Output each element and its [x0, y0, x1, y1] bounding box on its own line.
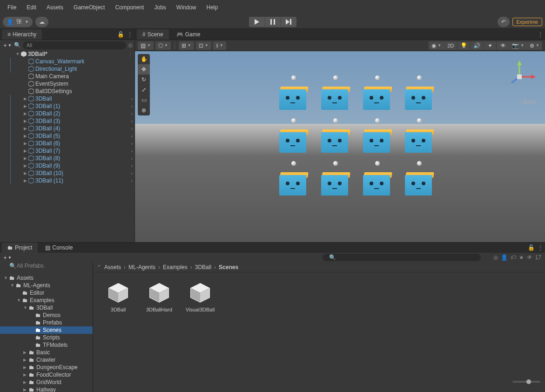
- undo-history-button[interactable]: ↶: [498, 17, 510, 27]
- console-tab[interactable]: ▤ Console: [40, 243, 78, 253]
- tab-menu-icon[interactable]: ⋮: [538, 31, 543, 38]
- camera-dropdown[interactable]: ◉▼: [429, 41, 444, 50]
- hierarchy-item[interactable]: ▶3DBall (2)›: [0, 110, 135, 117]
- slider-thumb[interactable]: [526, 379, 531, 384]
- 2d-toggle[interactable]: 2D: [444, 41, 457, 50]
- hierarchy-search-input[interactable]: [23, 41, 126, 49]
- back-button[interactable]: 〈 Back: [517, 98, 536, 106]
- expand-arrow-icon[interactable]: ▶: [22, 119, 28, 123]
- expand-arrow-icon[interactable]: ▶: [22, 126, 28, 131]
- hierarchy-item[interactable]: Directional_Light: [0, 65, 135, 73]
- expand-arrow-icon[interactable]: ▶: [23, 358, 29, 362]
- light-toggle[interactable]: 💡: [457, 41, 470, 50]
- tab-menu-icon[interactable]: ⋮: [127, 31, 133, 38]
- expand-arrow-icon[interactable]: ▶: [22, 111, 28, 116]
- chevron-right-icon[interactable]: ›: [131, 149, 133, 154]
- account-dropdown[interactable]: 👤 张 ▼: [3, 17, 33, 27]
- filter-tag-icon[interactable]: 🏷: [511, 254, 516, 261]
- hierarchy-item[interactable]: Canvas_Watermark: [0, 58, 135, 65]
- hierarchy-item[interactable]: ▶3DBall (6)›: [0, 140, 135, 147]
- scene-object[interactable]: [405, 127, 434, 153]
- expand-arrow-icon[interactable]: ▶: [23, 380, 29, 385]
- crumb-examples[interactable]: Examples: [163, 264, 188, 270]
- project-tree-item[interactable]: 🖿Scripts: [0, 334, 93, 341]
- expand-arrow-icon[interactable]: ▼: [10, 283, 16, 288]
- scale-tool[interactable]: ⤢: [138, 85, 150, 95]
- tab-menu-icon[interactable]: ⋮: [538, 244, 543, 251]
- expand-arrow-icon[interactable]: ▶: [23, 350, 29, 355]
- expand-arrow-icon[interactable]: ▶: [22, 134, 28, 138]
- menu-assets[interactable]: Assets: [42, 2, 68, 13]
- project-tree-item[interactable]: ▼🖿ML-Agents: [0, 282, 93, 289]
- play-button[interactable]: [249, 17, 265, 27]
- hierarchy-item[interactable]: ▶3DBall (9)›: [0, 162, 135, 169]
- project-tree-item[interactable]: ▼🖿3DBall: [0, 304, 93, 311]
- menu-gameobject[interactable]: GameObject: [69, 2, 109, 13]
- favorite-icon[interactable]: ★: [519, 254, 524, 261]
- hierarchy-item[interactable]: ▶3DBall (11)›: [0, 177, 135, 184]
- transform-tool[interactable]: ⊕: [138, 105, 150, 115]
- scene-object[interactable]: [321, 169, 350, 196]
- lock-icon[interactable]: 🔓: [117, 31, 124, 38]
- project-tree-item[interactable]: 🖿Scenes: [0, 326, 93, 334]
- search-mode-icon[interactable]: ◎: [128, 42, 133, 48]
- cloud-button[interactable]: ☁: [35, 17, 48, 27]
- expand-arrow-icon[interactable]: ▶: [22, 156, 28, 161]
- create-button[interactable]: ＋▼: [2, 41, 12, 49]
- expand-arrow-icon[interactable]: ▶: [23, 365, 29, 370]
- expand-arrow-icon[interactable]: ▼: [15, 52, 20, 56]
- expand-arrow-icon[interactable]: ▶: [23, 372, 29, 377]
- chevron-right-icon[interactable]: ›: [131, 104, 133, 109]
- project-tree-item[interactable]: 🖿Demos: [0, 311, 93, 319]
- snap-dropdown[interactable]: ⊡▼: [196, 41, 211, 50]
- project-tree-item[interactable]: ▶🖿Basic: [0, 349, 93, 356]
- project-tree-item[interactable]: ▶🖿Hallway: [0, 386, 93, 392]
- project-tree-item[interactable]: ▼🖿Assets: [0, 274, 93, 282]
- hierarchy-item[interactable]: ▶3DBall (7)›: [0, 147, 135, 155]
- hierarchy-item[interactable]: ▶3DBall (1)›: [0, 102, 135, 110]
- expand-arrow-icon[interactable]: ▼: [17, 298, 22, 303]
- fx-toggle[interactable]: ✦: [483, 41, 496, 50]
- project-search-input[interactable]: [323, 254, 481, 261]
- expand-arrow-icon[interactable]: ▼: [4, 276, 9, 280]
- chevron-right-icon[interactable]: ›: [131, 156, 133, 161]
- scene-object[interactable]: [363, 169, 392, 196]
- chevron-right-icon[interactable]: ›: [131, 96, 133, 101]
- hidden-toggle[interactable]: 👁: [496, 41, 509, 50]
- view-tool[interactable]: ✋: [138, 54, 150, 64]
- chevron-right-icon[interactable]: ›: [131, 111, 133, 116]
- orientation-gizmo[interactable]: [503, 61, 536, 93]
- scene-object[interactable]: [363, 127, 392, 153]
- filter-type-icon[interactable]: ◎: [493, 254, 498, 261]
- camera-settings-dropdown[interactable]: 📷▼: [509, 41, 527, 50]
- filter-label-icon[interactable]: 👤: [501, 254, 508, 261]
- chevron-right-icon[interactable]: ›: [131, 171, 133, 176]
- hierarchy-item[interactable]: ▶3DBall (4)›: [0, 125, 135, 132]
- scene-object[interactable]: [279, 169, 308, 196]
- expand-arrow-icon[interactable]: ▶: [22, 171, 28, 176]
- experimental-badge[interactable]: Experime: [512, 18, 542, 26]
- asset-grid[interactable]: 3DBall3DBallHardVisual3DBall: [93, 272, 545, 392]
- chevron-right-icon[interactable]: ›: [131, 126, 133, 131]
- project-tree-item[interactable]: ▶🖿DungeonEscape: [0, 364, 93, 371]
- hierarchy-tab[interactable]: ≡ Hierarchy: [2, 29, 42, 40]
- step-button[interactable]: [281, 17, 296, 27]
- context-menu-icon[interactable]: ⋮: [128, 52, 133, 57]
- project-tree-item[interactable]: ▶🖿Crawler: [0, 356, 93, 364]
- crumb-assets[interactable]: Assets: [104, 264, 121, 270]
- project-create-button[interactable]: ＋▼: [2, 253, 12, 262]
- increment-dropdown[interactable]: ⦀▼: [213, 41, 226, 50]
- hierarchy-item[interactable]: ▶3DBall (3)›: [0, 117, 135, 125]
- hierarchy-root[interactable]: ▼ 3DBall* ⋮: [0, 50, 135, 58]
- expand-arrow-icon[interactable]: ▶: [22, 149, 28, 153]
- breadcrumb-up-icon[interactable]: ⌃: [97, 264, 101, 270]
- project-tab[interactable]: 🖿 Project: [2, 243, 38, 253]
- hierarchy-item[interactable]: ▶3DBall (5)›: [0, 132, 135, 140]
- gizmos-dropdown[interactable]: ⊕▼: [527, 41, 542, 50]
- rect-tool[interactable]: ▭: [138, 95, 150, 105]
- game-tab[interactable]: 🎮 Game: [171, 29, 206, 40]
- chevron-right-icon[interactable]: ›: [131, 178, 133, 183]
- scene-viewport[interactable]: ✋ ✥ ↻ ⤢ ▭ ⊕ 〈 Back: [135, 51, 545, 242]
- grid-dropdown[interactable]: ⊞▼: [179, 41, 194, 50]
- project-tree-item[interactable]: 🖿TFModels: [0, 341, 93, 349]
